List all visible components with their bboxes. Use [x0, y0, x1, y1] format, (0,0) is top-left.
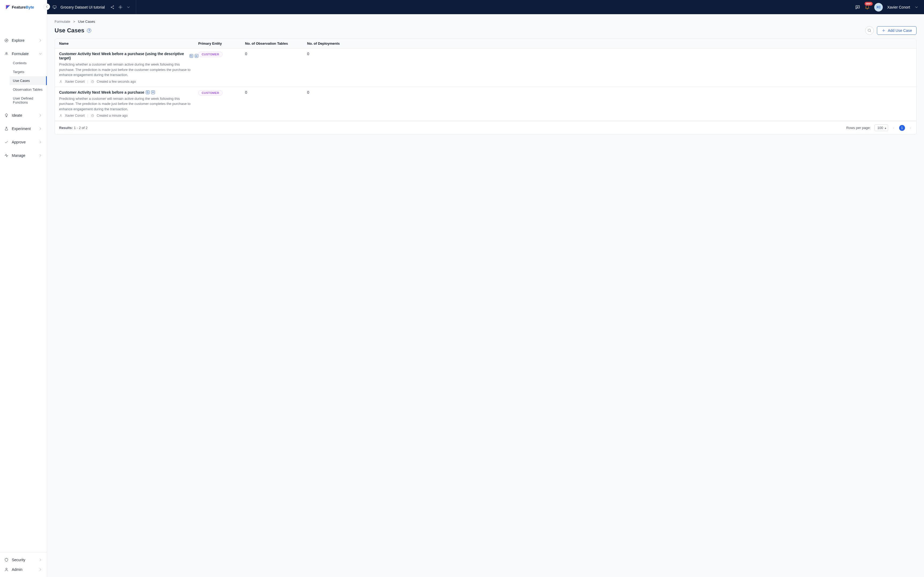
nav-admin-label: Admin — [12, 567, 22, 572]
shield-icon — [4, 558, 8, 562]
svg-point-15 — [60, 114, 61, 116]
nav-admin[interactable]: Admin — [0, 565, 47, 574]
table-row[interactable]: Customer Activity Next Week before a pur… — [55, 48, 916, 87]
nav-approve[interactable]: Approve — [0, 137, 47, 147]
breadcrumb: Formulate > Use Cases — [55, 19, 916, 24]
next-page-button[interactable]: › — [909, 126, 912, 130]
chevron-right-icon — [38, 558, 43, 562]
entity-tag[interactable]: CUSTOMER — [198, 90, 223, 95]
row-title: Customer Activity Next Week before a pur… — [59, 52, 188, 60]
help-icon[interactable]: ? — [87, 28, 91, 33]
notif-badge: 999+ — [865, 2, 873, 6]
logo-text-2: Byte — [26, 5, 34, 10]
page-title: Use Cases ? — [55, 27, 91, 34]
chevron-right-icon — [38, 567, 43, 572]
check-icon — [4, 140, 8, 144]
user-name: Xavier Conort — [887, 5, 910, 10]
rows-per-page-select[interactable]: 100 — [874, 124, 889, 131]
svg-rect-3 — [53, 6, 56, 8]
user-menu-chevron-icon[interactable] — [914, 5, 919, 10]
row-obs-count: 0 — [245, 52, 307, 56]
nav-experiment[interactable]: Experiment — [0, 124, 47, 134]
search-icon — [867, 28, 872, 33]
nav-udf[interactable]: User Defined Functions — [10, 94, 47, 107]
logo-text-1: Feature — [12, 5, 26, 10]
results-label: Results: — [59, 126, 73, 130]
activity-icon — [4, 153, 8, 158]
nav-experiment-label: Experiment — [12, 127, 31, 131]
nav-ideate-label: Ideate — [12, 113, 22, 118]
row-dep-count: 0 — [307, 52, 912, 56]
row-description: Predicting whether a customer will remai… — [59, 96, 193, 112]
results-value: 1 - 2 of 2 — [74, 126, 87, 130]
th-obs[interactable]: No. of Observation Tables — [245, 42, 307, 45]
catalog-selector[interactable]: Grocery Dataset UI tutorial — [47, 0, 136, 14]
monitor-icon — [52, 5, 57, 10]
clock-icon — [91, 80, 94, 83]
search-button[interactable] — [865, 26, 874, 35]
entity-tag[interactable]: CUSTOMER — [198, 52, 223, 57]
gear-icon[interactable] — [118, 5, 122, 10]
add-use-case-button[interactable]: Add Use Case — [877, 26, 916, 35]
id-icon[interactable]: ID — [195, 54, 198, 58]
svg-point-2 — [6, 568, 7, 569]
chevron-down-icon — [38, 52, 43, 56]
copy-icon[interactable] — [146, 90, 149, 94]
copy-icon[interactable] — [190, 54, 193, 58]
svg-point-11 — [60, 81, 61, 82]
chevron-right-icon — [38, 113, 43, 118]
breadcrumb-root[interactable]: Formulate — [55, 19, 70, 24]
th-name[interactable]: Name — [59, 42, 198, 45]
nav-ideate[interactable]: Ideate — [0, 111, 47, 120]
id-icon[interactable]: ID — [151, 90, 155, 94]
sidebar-collapse-button[interactable] — [43, 3, 50, 10]
notifications-button[interactable]: 999+ — [865, 4, 870, 10]
nav-contexts[interactable]: Contexts — [10, 59, 47, 68]
add-button-label: Add Use Case — [888, 28, 912, 33]
row-description: Predicting whether a customer will remai… — [59, 62, 193, 77]
chevron-right-icon — [38, 153, 43, 158]
nav-targets[interactable]: Targets — [10, 68, 47, 76]
user-icon — [59, 80, 62, 83]
table-row[interactable]: Customer Activity Next Week before a pur… — [55, 87, 916, 121]
chevron-right-icon — [38, 140, 43, 144]
brain-icon — [4, 52, 8, 56]
row-created: Created a minute ago — [97, 114, 128, 118]
page-number[interactable]: 1 — [899, 125, 905, 131]
row-created: Created a few seconds ago — [97, 80, 136, 84]
th-dep[interactable]: No. of Deployments — [307, 42, 912, 45]
chevron-left-icon — [45, 5, 49, 9]
avatar[interactable]: XC — [874, 3, 883, 11]
use-cases-table: Name Primary Entity No. of Observation T… — [55, 39, 916, 135]
chevron-down-icon[interactable] — [126, 5, 130, 10]
svg-rect-14 — [147, 91, 148, 93]
row-dep-count: 0 — [307, 90, 912, 95]
svg-rect-10 — [190, 55, 192, 56]
share-icon[interactable] — [110, 5, 114, 10]
svg-rect-9 — [191, 55, 192, 57]
chevron-right-icon — [38, 127, 43, 131]
breadcrumb-current: Use Cases — [78, 19, 95, 24]
svg-rect-13 — [148, 92, 149, 93]
plus-icon — [881, 28, 886, 33]
rows-per-page-label: Rows per page: — [847, 126, 871, 130]
nav-observation-tables[interactable]: Observation Tables — [10, 85, 47, 94]
clock-icon — [91, 114, 94, 117]
catalog-name: Grocery Dataset UI tutorial — [61, 5, 105, 10]
user-icon — [59, 114, 62, 117]
sidebar: FeatureByte Explore Formulate Contexts T… — [0, 0, 47, 577]
nav-explore[interactable]: Explore — [0, 35, 47, 45]
row-author: Xavier Conort — [65, 80, 85, 84]
nav-use-cases[interactable]: Use Cases — [10, 76, 47, 85]
nav-manage[interactable]: Manage — [0, 151, 47, 160]
breadcrumb-sep: > — [73, 19, 75, 24]
nav-formulate[interactable]: Formulate — [0, 49, 47, 59]
th-entity[interactable]: Primary Entity — [198, 42, 245, 45]
nav-security[interactable]: Security — [0, 555, 47, 565]
nav-formulate-label: Formulate — [12, 52, 29, 56]
chat-icon[interactable] — [855, 5, 860, 10]
row-title: Customer Activity Next Week before a pur… — [59, 90, 144, 95]
row-author: Xavier Conort — [65, 114, 85, 118]
logo[interactable]: FeatureByte — [0, 0, 47, 14]
prev-page-button[interactable]: ‹ — [892, 126, 895, 130]
